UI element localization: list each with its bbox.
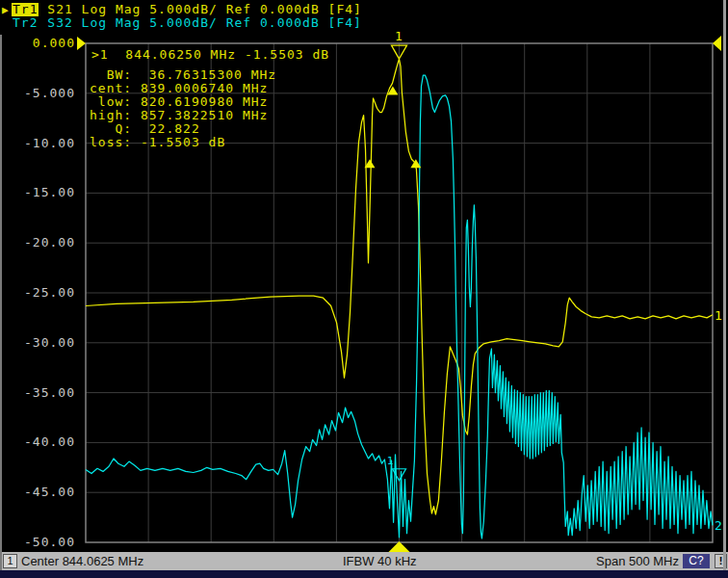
- active-trace-pointer-icon: [2, 17, 12, 31]
- y-axis-tick-label: -30.00: [0, 335, 75, 350]
- trace-2-end-label: 2: [715, 518, 723, 533]
- y-axis-tick-label: -50.00: [0, 535, 75, 549]
- ifbw-readout[interactable]: IFBW 40 kHz: [343, 552, 417, 570]
- marker-1-tr1-icon[interactable]: [392, 45, 407, 59]
- trace-settings-label: S21 Log Mag 5.000dB/ Ref 0.000dB [F4]: [39, 2, 361, 16]
- y-axis-tick-label: -10.00: [0, 136, 75, 150]
- marker-1-tr1-label: 1: [395, 29, 403, 43]
- marker-readout: >1 844.06250 MHz -1.5503 dB BW: 36.76315…: [91, 48, 329, 148]
- trace-config-tr1[interactable]: ▶Tr1 S21 Log Mag 5.000dB/ Ref 0.000dB [F…: [2, 3, 362, 16]
- span-readout[interactable]: Span 500 MHz: [596, 552, 679, 570]
- trace-settings-label: S32 Log Mag 5.000dB/ Ref 0.000dB [F4]: [39, 15, 361, 30]
- y-axis-tick-label: -45.00: [0, 485, 75, 499]
- cal-status-badge[interactable]: C?: [683, 554, 710, 568]
- trace-1-end-label: 1: [715, 308, 723, 323]
- marker-readout-line1: >1 844.06250 MHz -1.5503 dB: [91, 48, 329, 62]
- y-axis-tick-label: -15.00: [0, 185, 75, 199]
- active-trace-pointer-icon: ▶: [2, 4, 12, 17]
- center-frequency-readout[interactable]: Center 844.0625 MHz: [21, 552, 143, 570]
- screen-right-border: [723, 0, 726, 570]
- channel-number-box[interactable]: 1: [3, 554, 17, 568]
- marker-1-tr2-icon[interactable]: [393, 469, 406, 481]
- ref-level-right-icon[interactable]: [713, 36, 721, 51]
- y-axis-tick-label: -20.00: [0, 235, 75, 250]
- marker-stimulus-indicator-icon[interactable]: [389, 541, 410, 552]
- ref-level-left-icon[interactable]: [77, 37, 86, 50]
- screen-left-border: [0, 35, 2, 570]
- status-bar: 1 Center 844.0625 MHz IFBW 40 kHz Span 5…: [0, 552, 728, 570]
- trace-config-tr2[interactable]: Tr2 S32 Log Mag 5.000dB/ Ref 0.000dB [F4…: [2, 16, 362, 30]
- bandwidth-marker-icon[interactable]: [410, 159, 421, 168]
- bandwidth-readout: BW: 36.76315300 MHz cent: 839.0006740 MH…: [90, 68, 329, 148]
- trace-id-badge: Tr1: [12, 3, 39, 16]
- y-axis-tick-label: -25.00: [0, 285, 75, 300]
- y-axis-tick-label: -5.000: [0, 86, 75, 100]
- screen-bottom-border: [0, 570, 728, 578]
- vna-screen: 1112 ▶Tr1 S21 Log Mag 5.000dB/ Ref 0.000…: [0, 0, 728, 578]
- bandwidth-marker-icon[interactable]: [387, 87, 398, 95]
- marker-1-tr2-label: 1: [387, 455, 395, 467]
- bandwidth-marker-icon[interactable]: [364, 159, 375, 168]
- trace-header: ▶Tr1 S21 Log Mag 5.000dB/ Ref 0.000dB [F…: [2, 3, 362, 30]
- y-axis-tick-label: 0.000: [0, 36, 75, 50]
- y-axis-tick-label: -35.00: [0, 385, 75, 400]
- trace-id-badge: Tr2: [12, 16, 39, 30]
- y-axis-tick-label: -40.00: [0, 434, 75, 449]
